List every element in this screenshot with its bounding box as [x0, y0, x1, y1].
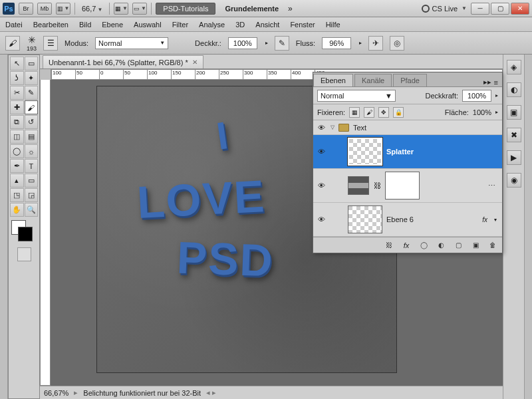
hand-tool[interactable]: ✋ [10, 203, 24, 217]
airbrush-icon[interactable]: ✈ [368, 36, 383, 51]
brush-preview-icon[interactable]: ✳ [28, 35, 36, 45]
opacity-arrow-icon[interactable]: ▸ [265, 40, 268, 46]
brush-tool[interactable]: 🖌 [25, 100, 39, 114]
status-zoom[interactable]: 66,67% [44, 389, 68, 397]
mask-thumbnail[interactable] [385, 172, 420, 200]
dock-mask-icon[interactable]: ▣ [507, 105, 521, 120]
new-layer-icon[interactable]: ▣ [470, 240, 481, 251]
lock-pixels-icon[interactable]: 🖌 [364, 107, 374, 118]
pressure-size-icon[interactable]: ◎ [390, 36, 404, 51]
layer-name[interactable]: Ebene 6 [386, 215, 414, 223]
layer-thumbnail[interactable] [348, 138, 382, 166]
bridge-button[interactable]: Br [19, 3, 33, 15]
flow-input[interactable]: 96% [322, 37, 351, 49]
background-swatch[interactable] [18, 227, 33, 241]
tab-kanaele[interactable]: Kanäle [354, 74, 392, 86]
layer-row-selected[interactable]: 👁 Splatter [313, 135, 502, 169]
tab-close-icon[interactable]: ✕ [192, 59, 198, 66]
document-tab[interactable]: Unbenannt-1 bei 66,7% (Splatter, RGB/8) … [43, 55, 203, 68]
layer-blend-combo[interactable]: Normal▼ [317, 90, 396, 102]
pressure-opacity-icon[interactable]: ✎ [275, 36, 289, 51]
menu-hilfe[interactable]: Hilfe [326, 21, 340, 29]
delete-layer-icon[interactable]: 🗑 [487, 240, 498, 251]
screenmode-button[interactable]: ▭▼ [132, 3, 147, 15]
dodge-tool[interactable]: ☼ [25, 144, 39, 158]
minimize-button[interactable]: ─ [471, 3, 489, 15]
menu-bearbeiten[interactable]: Bearbeiten [33, 21, 68, 29]
fx-button-icon[interactable]: fx [401, 240, 412, 251]
menu-ansicht[interactable]: Ansicht [255, 21, 279, 29]
left-dock-edge[interactable] [0, 55, 8, 399]
zoom-level[interactable]: 66,7▼ [79, 5, 105, 13]
view-extras-button[interactable]: ▥▼ [56, 3, 70, 15]
tab-pfade[interactable]: Pfade [393, 74, 427, 86]
layer-options-icon[interactable]: ⋯ [488, 182, 499, 190]
menu-3d[interactable]: 3D [235, 21, 245, 29]
3d-camera-tool[interactable]: ◲ [25, 188, 39, 202]
visibility-icon[interactable]: 👁 [316, 146, 327, 157]
eyedropper-tool[interactable]: ✎ [25, 86, 39, 100]
crop-tool[interactable]: ✂ [10, 86, 24, 100]
mask-button-icon[interactable]: ◯ [418, 240, 429, 251]
zoom-tool[interactable]: 🔍 [25, 203, 39, 217]
history-brush-tool[interactable]: ↺ [25, 115, 39, 129]
gradient-tool[interactable]: ▤ [25, 130, 39, 144]
blend-mode-combo[interactable]: Normal▼ [95, 37, 168, 49]
dock-adjust-icon[interactable]: ◐ [507, 82, 521, 97]
dock-history-icon[interactable]: ✖ [507, 128, 521, 142]
path-select-tool[interactable]: ▴ [10, 174, 24, 188]
3d-tool[interactable]: ◳ [10, 188, 24, 202]
tool-preset-icon[interactable]: 🖌 [5, 36, 20, 51]
dock-actions-icon[interactable]: ▶ [507, 150, 521, 165]
arrange-button[interactable]: ▦▼ [114, 3, 128, 15]
opacity-input[interactable]: 100% [228, 37, 257, 49]
link-icon[interactable]: ⛓ [373, 182, 381, 190]
menu-auswahl[interactable]: Auswahl [134, 21, 162, 29]
menu-ebene[interactable]: Ebene [102, 21, 123, 29]
wand-tool[interactable]: ✦ [25, 71, 39, 85]
menu-fenster[interactable]: Fenster [290, 21, 315, 29]
group-button-icon[interactable]: ▢ [453, 240, 464, 251]
workspace-other[interactable]: Grundelemente [219, 3, 284, 15]
lock-transparency-icon[interactable]: ▦ [349, 107, 360, 118]
minibridge-button[interactable]: Mb [37, 3, 52, 15]
move-tool[interactable]: ↖ [10, 57, 24, 70]
color-swatches[interactable] [10, 220, 38, 244]
dock-channels-icon[interactable]: ◉ [507, 173, 521, 188]
layer-name[interactable]: Splatter [386, 148, 414, 156]
workspace-more-icon[interactable]: » [288, 4, 293, 13]
type-tool[interactable]: T [25, 159, 39, 173]
lasso-tool[interactable]: ʖ [10, 71, 24, 85]
workspace-active[interactable]: PSD-Tutorials [156, 3, 215, 15]
fx-badge[interactable]: fx [482, 216, 490, 223]
blur-tool[interactable]: ◯ [10, 144, 24, 158]
lock-position-icon[interactable]: ✥ [378, 107, 389, 118]
layer-thumbnail[interactable] [348, 176, 369, 195]
menu-analyse[interactable]: Analyse [199, 21, 225, 29]
marquee-tool[interactable]: ▭ [25, 57, 39, 70]
maximize-button[interactable]: ▢ [491, 3, 509, 15]
pen-tool[interactable]: ✒ [10, 159, 24, 173]
eraser-tool[interactable]: ◫ [10, 130, 24, 144]
link-layers-icon[interactable]: ⛓ [384, 240, 394, 251]
close-button[interactable]: ✕ [511, 3, 529, 15]
tab-ebenen[interactable]: Ebenen [313, 74, 353, 86]
quickmask-button[interactable] [17, 247, 31, 261]
heal-tool[interactable]: ✚ [10, 100, 24, 114]
layer-opacity-input[interactable]: 100% [462, 90, 491, 102]
fill-input[interactable]: 100% [473, 108, 491, 116]
right-dock-edge[interactable] [524, 55, 532, 399]
flow-arrow-icon[interactable]: ▸ [359, 40, 362, 46]
layer-group[interactable]: 👁 ▽ Text [313, 120, 502, 135]
visibility-icon[interactable]: 👁 [316, 180, 327, 191]
visibility-icon[interactable]: 👁 [316, 122, 327, 133]
layer-row[interactable]: 👁 ⛓ ⋯ [313, 169, 502, 203]
adjustment-button-icon[interactable]: ◐ [436, 240, 446, 251]
visibility-icon[interactable]: 👁 [316, 214, 327, 225]
lock-all-icon[interactable]: 🔒 [393, 107, 404, 118]
layer-thumbnail[interactable] [348, 205, 382, 233]
stamp-tool[interactable]: ⧉ [10, 115, 24, 129]
cs-live[interactable]: CS Live▼ [422, 5, 467, 13]
brush-panel-button[interactable]: ☰ [43, 36, 58, 51]
layer-row[interactable]: 👁 Ebene 6 fx▾ [313, 203, 502, 237]
